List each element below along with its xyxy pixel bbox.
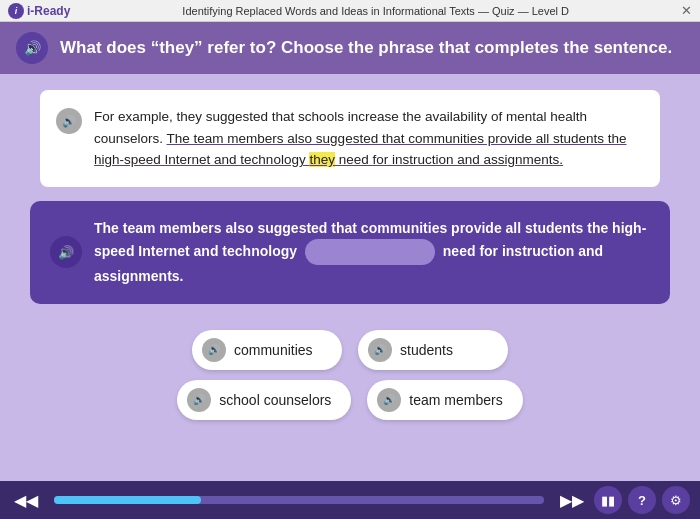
progress-bar-fill <box>54 496 201 504</box>
choice-students-speaker-icon: 🔊 <box>374 344 386 355</box>
iready-logo: i i-Ready <box>8 3 70 19</box>
title-bar: i i-Ready Identifying Replaced Words and… <box>0 0 700 22</box>
choices-row-1: 🔊 communities 🔊 students <box>192 330 508 370</box>
choice-team-members-speaker-icon: 🔊 <box>383 394 395 405</box>
choice-school-counselors-speaker-icon: 🔊 <box>193 394 205 405</box>
choice-school-counselors[interactable]: 🔊 school counselors <box>177 380 351 420</box>
choice-team-members[interactable]: 🔊 team members <box>367 380 522 420</box>
pause-button[interactable]: ▮▮ <box>594 486 622 514</box>
logo-text: i-Ready <box>27 4 70 18</box>
choice-communities-speaker-icon: 🔊 <box>208 344 220 355</box>
passage-text-part2: need for instruction and assignments. <box>335 152 563 167</box>
answer-box: 🔊 The team members also suggested that c… <box>30 201 670 304</box>
choice-team-members-speaker[interactable]: 🔊 <box>377 388 401 412</box>
speaker-icon: 🔊 <box>24 40 41 56</box>
answer-speaker-button[interactable]: 🔊 <box>50 236 82 268</box>
choice-communities-label: communities <box>234 342 313 358</box>
passage-card: 🔊 For example, they suggested that schoo… <box>40 90 660 187</box>
help-button[interactable]: ? <box>628 486 656 514</box>
answer-box-content: 🔊 The team members also suggested that c… <box>50 217 650 288</box>
question-speaker-button[interactable]: 🔊 <box>16 32 48 64</box>
choice-school-counselors-label: school counselors <box>219 392 331 408</box>
quiz-title: Identifying Replaced Words and Ideas in … <box>182 5 569 17</box>
progress-bar-container <box>54 496 544 504</box>
passage-text: For example, they suggested that schools… <box>94 106 640 171</box>
next-button[interactable]: ▶▶ <box>556 487 588 514</box>
choice-communities-speaker[interactable]: 🔊 <box>202 338 226 362</box>
choice-students[interactable]: 🔊 students <box>358 330 508 370</box>
choices-row-2: 🔊 school counselors 🔊 team members <box>177 380 522 420</box>
answer-speaker-icon: 🔊 <box>58 245 74 260</box>
passage-speaker-icon: 🔊 <box>62 115 76 128</box>
prev-button[interactable]: ◀◀ <box>10 487 42 514</box>
choice-students-label: students <box>400 342 453 358</box>
main-content: 🔊 For example, they suggested that schoo… <box>0 74 700 320</box>
answer-blank <box>305 239 435 265</box>
choice-team-members-label: team members <box>409 392 502 408</box>
bottom-bar: ◀◀ ▶▶ ▮▮ ? ⚙ <box>0 481 700 519</box>
choice-students-speaker[interactable]: 🔊 <box>368 338 392 362</box>
title-bar-left: i i-Ready <box>8 3 70 19</box>
passage-speaker-button[interactable]: 🔊 <box>56 108 82 134</box>
settings-button[interactable]: ⚙ <box>662 486 690 514</box>
choices-area: 🔊 communities 🔊 students 🔊 school counse… <box>0 320 700 424</box>
passage-highlighted-word: they <box>309 152 335 167</box>
logo-icon: i <box>8 3 24 19</box>
choice-school-counselors-speaker[interactable]: 🔊 <box>187 388 211 412</box>
close-button[interactable]: ✕ <box>681 3 692 18</box>
answer-sentence: The team members also suggested that com… <box>94 217 650 288</box>
question-text: What does “they” refer to? Choose the ph… <box>60 38 672 58</box>
choice-communities[interactable]: 🔊 communities <box>192 330 342 370</box>
question-header: 🔊 What does “they” refer to? Choose the … <box>0 22 700 74</box>
